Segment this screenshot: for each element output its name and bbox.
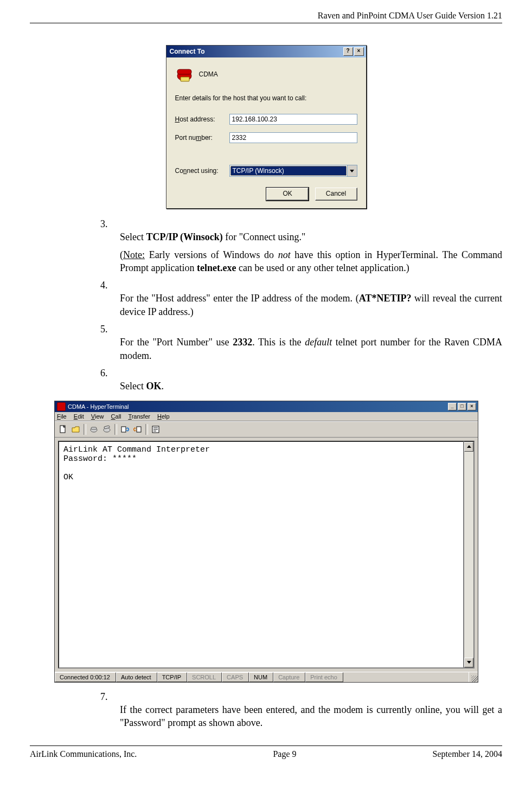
connect-using-value: TCP/IP (Winsock) [230,166,347,176]
scroll-down-button[interactable] [464,658,473,667]
step-7: 7.If the correct parameters have been en… [100,690,502,730]
hyperterminal-figure: CDMA - HyperTerminal _ □ × FFileile Edit… [30,401,502,683]
close-button[interactable]: × [354,47,364,56]
hyper-app-icon [57,402,66,411]
svg-rect-10 [121,427,126,432]
ok-button[interactable]: OK [266,188,309,201]
status-caps: CAPS [222,672,249,682]
svg-point-4 [188,70,191,73]
hyper-titlebar: CDMA - HyperTerminal _ □ × [55,401,478,412]
arrow-up-icon [467,445,471,448]
status-connected: Connected 0:00:12 [55,672,116,682]
status-capture: Capture [273,672,305,682]
menu-view[interactable]: View [91,413,104,420]
send-icon[interactable] [118,423,131,435]
connection-name: CDMA [199,70,218,78]
help-button[interactable]: ? [343,47,353,56]
maximize-button[interactable]: □ [458,403,466,410]
menu-bar: FFileile Edit View Call Transfer Help [55,412,478,421]
menu-transfer[interactable]: Transfer [128,413,150,420]
step-4: 4.For the "Host address" enter the IP ad… [100,279,502,318]
phone-icon [175,65,194,83]
header-title: Raven and PinPoint CDMA User Guide Versi… [318,11,502,20]
page-header: Raven and PinPoint CDMA User Guide Versi… [30,11,502,23]
terminal-output[interactable]: AirLink AT Command Interpreter Password:… [58,441,464,669]
dialog-figure: Connect To ? × CDMA [30,45,502,209]
minimize-button[interactable]: _ [448,403,457,410]
svg-rect-7 [91,427,97,429]
properties-icon[interactable] [149,423,162,435]
dialog-title-text: Connect To [170,48,342,55]
footer-left: AirLink Communications, Inc. [30,749,137,759]
footer-center: Page 9 [273,749,296,759]
disconnect-icon[interactable] [100,423,113,435]
menu-help[interactable]: Help [157,413,170,420]
step-3: 3.Select TCP/IP (Winsock) for "Connect u… [100,217,502,274]
open-icon[interactable] [69,423,82,435]
status-scroll: SCROLL [187,672,222,682]
hyperterminal-window: CDMA - HyperTerminal _ □ × FFileile Edit… [54,401,478,683]
connect-using-combo[interactable]: TCP/IP (Winsock) [229,165,357,177]
svg-rect-11 [137,427,141,432]
connect-icon[interactable] [87,423,100,435]
status-num: NUM [249,672,273,682]
terminal-scrollbar[interactable] [464,441,475,669]
resize-grip-icon[interactable] [469,672,478,682]
svg-rect-2 [181,77,189,81]
chevron-down-icon [350,170,354,172]
port-number-label: Port number: [175,134,229,142]
scroll-up-button[interactable] [464,442,473,452]
step-6: 6.Select OK. [100,367,502,393]
new-icon[interactable] [56,423,69,435]
status-autodetect: Auto detect [116,672,157,682]
dialog-instruction: Enter details for the host that you want… [175,94,357,102]
toolbar [55,421,478,438]
host-address-input[interactable] [229,114,357,125]
arrow-down-icon [467,661,471,664]
footer-right: September 14, 2004 [433,749,502,759]
host-address-label: Host address: [175,115,229,123]
port-number-input[interactable] [229,132,357,143]
menu-file[interactable]: FFileile [57,413,67,420]
combo-dropdown-button[interactable] [347,165,357,176]
status-echo: Print echo [305,672,343,682]
page-footer: AirLink Communications, Inc. Page 9 Sept… [30,745,502,759]
hyper-title-text: CDMA - HyperTerminal [68,403,447,410]
receive-icon[interactable] [131,423,144,435]
cancel-button[interactable]: Cancel [315,188,357,201]
connect-using-label: Connect using: [175,167,229,175]
svg-point-3 [178,70,181,73]
hyper-close-button[interactable]: × [467,403,476,410]
step-5: 5.For the "Port Number" use 2332. This i… [100,323,502,362]
dialog-titlebar: Connect To ? × [166,46,366,57]
status-bar: Connected 0:00:12 Auto detect TCP/IP SCR… [55,672,478,682]
connect-to-dialog: Connect To ? × CDMA [166,45,367,209]
menu-call[interactable]: Call [111,413,121,420]
status-protocol: TCP/IP [157,672,187,682]
menu-edit[interactable]: Edit [74,413,84,420]
